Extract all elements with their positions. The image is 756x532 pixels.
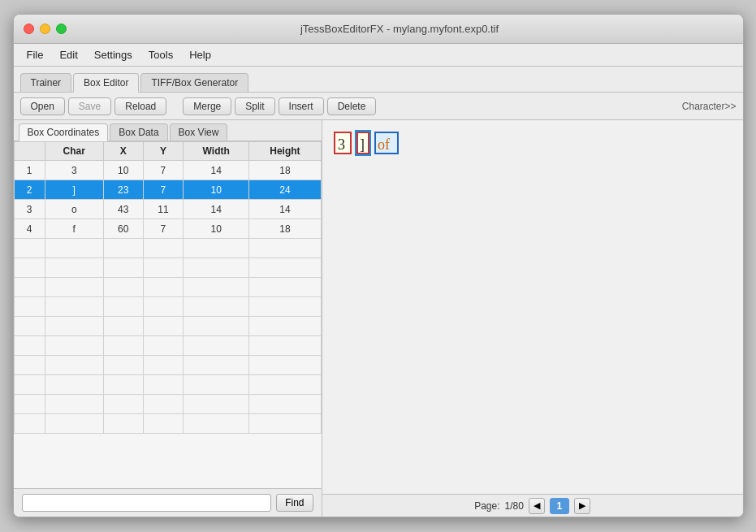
cell-y: 7 xyxy=(143,180,183,200)
main-window: jTessBoxEditorFX - mylang.myfont.exp0.ti… xyxy=(13,14,744,517)
cell-char: o xyxy=(45,200,103,219)
table-row-empty xyxy=(14,356,321,375)
cell-x: 60 xyxy=(103,219,143,239)
page-label: Page: xyxy=(474,500,499,512)
delete-button[interactable]: Delete xyxy=(327,97,377,115)
table-row[interactable]: 4f6071018 xyxy=(14,219,321,239)
menu-help[interactable]: Help xyxy=(183,47,218,63)
cell-width: 10 xyxy=(184,219,249,239)
char-preview-of: of xyxy=(374,132,399,154)
tab-bar: Trainer Box Editor TIFF/Box Generator xyxy=(14,67,743,93)
sub-tab-box-data[interactable]: Box Data xyxy=(110,123,167,141)
table-row[interactable]: 2]2371024 xyxy=(14,180,321,200)
left-panel: Box Coordinates Box Data Box View Char X… xyxy=(14,120,322,517)
table-row-empty xyxy=(14,395,321,414)
table-row-empty xyxy=(14,375,321,395)
maximize-button[interactable] xyxy=(56,24,67,34)
col-header-index xyxy=(14,142,45,161)
minimize-button[interactable] xyxy=(40,24,50,34)
table-row[interactable]: 131071418 xyxy=(14,161,321,180)
tab-box-editor[interactable]: Box Editor xyxy=(73,73,139,93)
table-row-empty xyxy=(14,278,321,297)
char-preview-bracket: ] xyxy=(356,132,369,154)
col-header-height: Height xyxy=(249,142,321,161)
action-bar: Open Save Reload Merge Split Insert Dele… xyxy=(14,93,743,120)
insert-button[interactable]: Insert xyxy=(279,97,324,115)
table-row-empty xyxy=(14,336,321,356)
table-row-empty xyxy=(14,317,321,336)
close-button[interactable] xyxy=(24,24,34,34)
preview-area: 3 ] of xyxy=(329,127,737,159)
table-row-empty xyxy=(14,297,321,317)
cell-width: 10 xyxy=(184,180,249,200)
char-preview-3: 3 xyxy=(334,132,352,154)
sub-tab-bar: Box Coordinates Box Data Box View xyxy=(14,120,322,141)
cell-char: f xyxy=(45,219,103,239)
cell-y: 7 xyxy=(143,161,183,180)
col-header-width: Width xyxy=(184,142,249,161)
table-container: Char X Y Width Height 1310714182]2371024… xyxy=(14,141,322,488)
cell-index: 2 xyxy=(14,180,45,200)
reload-button[interactable]: Reload xyxy=(114,97,166,115)
cell-x: 43 xyxy=(103,200,143,219)
tab-tiff-box-generator[interactable]: TIFF/Box Generator xyxy=(140,73,248,92)
cell-char: 3 xyxy=(45,161,103,180)
col-header-y: Y xyxy=(143,142,183,161)
save-button[interactable]: Save xyxy=(68,97,111,115)
table-row[interactable]: 3o43111414 xyxy=(14,200,321,219)
menu-settings[interactable]: Settings xyxy=(88,47,139,63)
page-total: 1/80 xyxy=(505,500,524,512)
traffic-lights xyxy=(24,24,67,34)
cell-height: 18 xyxy=(249,219,321,239)
box-coordinates-table: Char X Y Width Height 1310714182]2371024… xyxy=(14,141,322,434)
tab-trainer[interactable]: Trainer xyxy=(20,73,72,92)
cell-height: 18 xyxy=(249,161,321,180)
menu-edit[interactable]: Edit xyxy=(53,47,84,63)
title-bar: jTessBoxEditorFX - mylang.myfont.exp0.ti… xyxy=(14,15,743,44)
main-content: Box Coordinates Box Data Box View Char X… xyxy=(14,120,743,517)
menu-bar: File Edit Settings Tools Help xyxy=(14,44,743,67)
window-title: jTessBoxEditorFX - mylang.myfont.exp0.ti… xyxy=(67,23,733,35)
svg-text:3: 3 xyxy=(338,136,345,153)
cell-index: 1 xyxy=(14,161,45,180)
table-row-empty xyxy=(14,258,321,278)
page-next-button[interactable]: ▶ xyxy=(574,498,590,514)
col-header-char: Char xyxy=(45,142,103,161)
split-button[interactable]: Split xyxy=(235,97,274,115)
table-header: Char X Y Width Height xyxy=(14,142,321,161)
open-button[interactable]: Open xyxy=(20,97,65,115)
cell-y: 11 xyxy=(143,200,183,219)
cell-x: 10 xyxy=(103,161,143,180)
cell-index: 3 xyxy=(14,200,45,219)
cell-index: 4 xyxy=(14,219,45,239)
menu-tools[interactable]: Tools xyxy=(142,47,179,63)
cell-char: ] xyxy=(45,180,103,200)
svg-text:]: ] xyxy=(360,136,365,153)
cell-height: 24 xyxy=(249,180,321,200)
character-label: Character>> xyxy=(682,101,737,112)
find-input[interactable] xyxy=(22,494,272,512)
sub-tab-box-view[interactable]: Box View xyxy=(170,123,228,141)
cell-height: 14 xyxy=(249,200,321,219)
cell-x: 23 xyxy=(103,180,143,200)
menu-file[interactable]: File xyxy=(20,47,50,63)
page-prev-button[interactable]: ◀ xyxy=(529,498,545,514)
cell-width: 14 xyxy=(184,161,249,180)
cell-y: 7 xyxy=(143,219,183,239)
page-navigation: Page: 1/80 ◀ 1 ▶ xyxy=(322,494,743,517)
find-bar: Find xyxy=(14,488,322,517)
col-header-x: X xyxy=(103,142,143,161)
sub-tab-box-coordinates[interactable]: Box Coordinates xyxy=(19,123,109,141)
table-row-empty xyxy=(14,414,321,434)
right-panel: 3 ] of http://blog.csdn.net/NEWCIH Page:… xyxy=(322,120,743,517)
find-button[interactable]: Find xyxy=(276,494,313,512)
merge-button[interactable]: Merge xyxy=(183,97,231,115)
svg-text:of: of xyxy=(378,136,390,153)
cell-width: 14 xyxy=(184,200,249,219)
table-row-empty xyxy=(14,239,321,258)
page-current: 1 xyxy=(550,498,569,514)
table-body: 1310714182]23710243o431114144f6071018 xyxy=(14,161,321,434)
